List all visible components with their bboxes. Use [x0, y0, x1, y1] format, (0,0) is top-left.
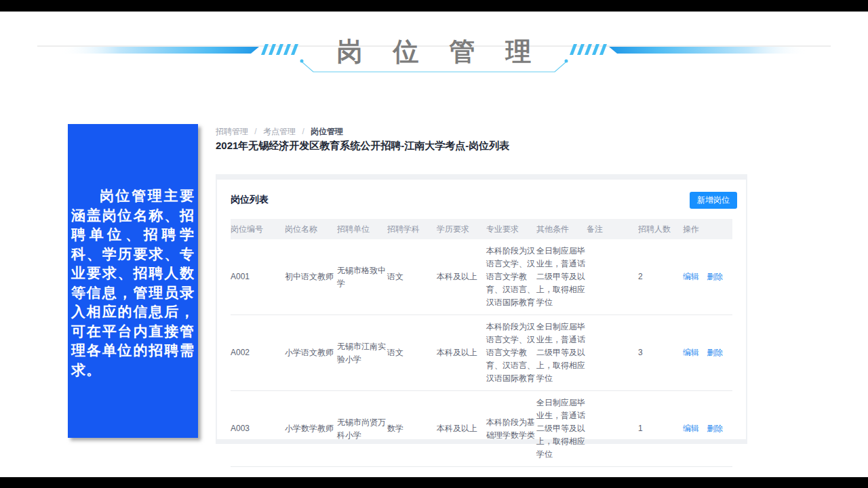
breadcrumb-item-recruit[interactable]: 招聘管理: [216, 127, 248, 136]
card-title: 岗位列表: [231, 194, 269, 206]
cell-degree: 本科及以上: [437, 239, 486, 315]
cell-name: 小学语文教师: [285, 315, 337, 391]
positions-table: 岗位编号 岗位名称 招聘单位 招聘学科 学历要求 专业要求 其他条件 备注 招聘…: [231, 219, 732, 467]
col-header-count: 招聘人数: [638, 219, 683, 239]
col-header-unit: 招聘单位: [337, 219, 387, 239]
position-list-card: 岗位列表 新增岗位 岗位编号 岗位名称 招聘单位 招聘学科 学历要求 专业要求 …: [217, 180, 746, 439]
cell-other: 全日制应届毕业生，普通话二级甲等及以上，取得相应学位: [536, 315, 587, 391]
delete-link[interactable]: 删除: [707, 424, 723, 433]
edit-link[interactable]: 编辑: [683, 424, 699, 433]
cell-major: 本科阶段为汉语言文学、汉语言文学教育、汉语言、汉语国际教育: [486, 315, 536, 391]
table-row: A002 小学语文教师 无锡市江南实验小学 语文 本科及以上 本科阶段为汉语言文…: [231, 315, 732, 391]
cell-actions: 编辑 删除: [683, 391, 732, 467]
col-header-actions: 操作: [683, 219, 732, 239]
cell-unit: 无锡市尚贤万科小学: [337, 391, 387, 467]
cell-unit: 无锡市江南实验小学: [337, 315, 387, 391]
cell-code: A001: [231, 239, 285, 315]
col-header-name: 岗位名称: [285, 219, 337, 239]
cell-major: 本科阶段为基础理学数学类: [486, 391, 536, 467]
cell-subject: 语文: [387, 239, 437, 315]
slide-title: 岗位管理: [0, 35, 868, 68]
table-row: A001 初中语文教师 无锡市格致中学 语文 本科及以上 本科阶段为汉语言文学、…: [231, 239, 732, 315]
cell-actions: 编辑 删除: [683, 315, 732, 391]
breadcrumb-separator: /: [254, 127, 256, 136]
cell-major: 本科阶段为汉语言文学、汉语言文学教育、汉语言、汉语国际教育: [486, 239, 536, 315]
cell-other: 全日制应届毕业生，普通话二级甲等及以上，取得相应学位: [536, 391, 587, 467]
breadcrumb-item-position: 岗位管理: [311, 127, 343, 136]
cell-count: 3: [638, 315, 683, 391]
cell-code: A003: [231, 391, 285, 467]
bottom-black-bar: [0, 477, 868, 488]
card-header: 岗位列表 新增岗位: [217, 180, 746, 219]
note-box: 岗位管理主要涵盖岗位名称、招聘单位、招聘学科、学历要求、专业要求、招聘人数等信息…: [68, 124, 198, 438]
edit-link[interactable]: 编辑: [683, 272, 699, 281]
cell-name: 初中语文教师: [285, 239, 337, 315]
cell-count: 1: [638, 391, 683, 467]
cell-subject: 数学: [387, 391, 437, 467]
cell-remark: [587, 315, 638, 391]
col-header-major: 专业要求: [486, 219, 536, 239]
cell-other: 全日制应届毕业生，普通话二级甲等及以上，取得相应学位: [536, 239, 587, 315]
cell-name: 小学数学教师: [285, 391, 337, 467]
add-position-button[interactable]: 新增岗位: [690, 192, 737, 209]
col-header-other: 其他条件: [536, 219, 587, 239]
col-header-subject: 招聘学科: [387, 219, 437, 239]
breadcrumb-separator: /: [302, 127, 304, 136]
delete-link[interactable]: 删除: [707, 272, 723, 281]
cell-count: 2: [638, 239, 683, 315]
delete-link[interactable]: 删除: [707, 348, 723, 357]
cell-code: A002: [231, 315, 285, 391]
breadcrumb-item-site[interactable]: 考点管理: [263, 127, 296, 136]
cell-degree: 本科及以上: [437, 315, 486, 391]
cell-subject: 语文: [387, 315, 437, 391]
edit-link[interactable]: 编辑: [683, 348, 699, 357]
col-header-code: 岗位编号: [231, 219, 285, 239]
col-header-remark: 备注: [587, 219, 638, 239]
cell-remark: [587, 391, 638, 467]
table-header-row: 岗位编号 岗位名称 招聘单位 招聘学科 学历要求 专业要求 其他条件 备注 招聘…: [231, 219, 732, 239]
col-header-degree: 学历要求: [437, 219, 486, 239]
cell-actions: 编辑 删除: [683, 239, 732, 315]
cell-remark: [587, 239, 638, 315]
table-row: A003 小学数学教师 无锡市尚贤万科小学 数学 本科及以上 本科阶段为基础理学…: [231, 391, 732, 467]
cell-degree: 本科及以上: [437, 391, 486, 467]
page-title: 2021年无锡经济开发区教育系统公开招聘-江南大学考点-岗位列表: [216, 140, 509, 152]
top-black-bar: [0, 0, 868, 12]
breadcrumb: 招聘管理 / 考点管理 / 岗位管理: [216, 126, 343, 138]
cell-unit: 无锡市格致中学: [337, 239, 387, 315]
note-text: 岗位管理主要涵盖岗位名称、招聘单位、招聘学科、学历要求、专业要求、招聘人数等信息…: [68, 124, 198, 380]
